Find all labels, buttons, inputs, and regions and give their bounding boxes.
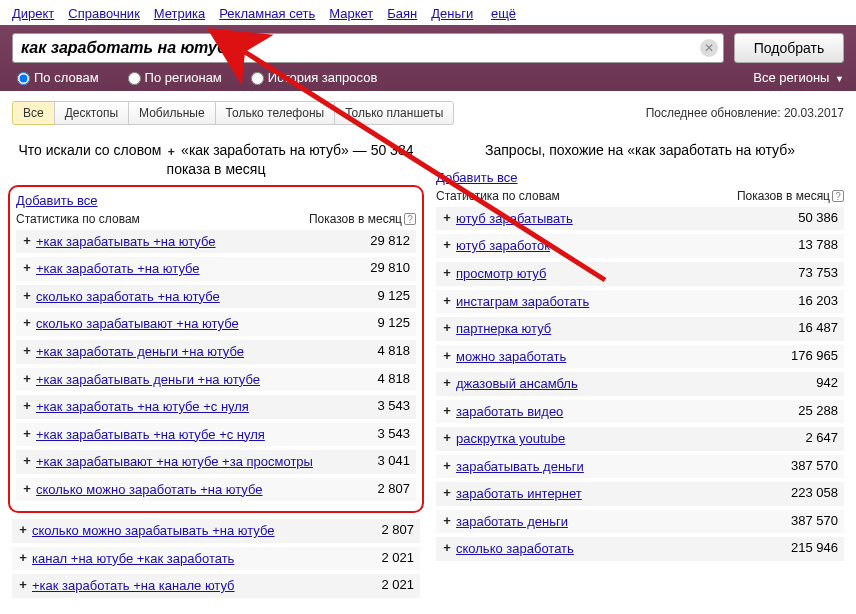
count-value: 3 543 (346, 398, 410, 413)
col-header-count: Показов в месяц? (737, 189, 844, 203)
radio-by-regions[interactable]: По регионам (123, 69, 222, 85)
add-all-left[interactable]: Добавить все (16, 193, 98, 208)
radio-by-words[interactable]: По словам (12, 69, 99, 85)
help-icon[interactable]: ? (832, 190, 844, 202)
table-row: ++как заработать +на канале ютуб2 021 (12, 574, 420, 598)
add-icon[interactable]: + (18, 288, 36, 303)
count-value: 9 125 (346, 315, 410, 330)
table-row: ++как заработать деньги +на ютубе4 818 (16, 340, 416, 364)
add-icon[interactable]: + (438, 210, 456, 225)
count-value: 29 810 (346, 260, 410, 275)
add-icon[interactable]: + (438, 348, 456, 363)
count-value: 25 288 (774, 403, 838, 418)
tab-3[interactable]: Только телефоны (215, 101, 336, 125)
table-row: ++как заработать +на ютубе29 810 (16, 257, 416, 281)
top-nav-link[interactable]: Метрика (154, 6, 205, 21)
tab-1[interactable]: Десктопы (54, 101, 129, 125)
add-icon[interactable]: + (18, 260, 36, 275)
keyword-link[interactable]: джазовый ансамбль (456, 375, 774, 393)
keyword-link[interactable]: сколько можно заработать +на ютубе (36, 481, 346, 499)
keyword-link[interactable]: заработать видео (456, 403, 774, 421)
add-icon[interactable]: + (438, 375, 456, 390)
submit-button[interactable]: Подобрать (734, 33, 844, 63)
keyword-link[interactable]: +как заработать +на канале ютуб (32, 577, 350, 595)
count-value: 387 570 (774, 513, 838, 528)
top-nav-link[interactable]: Справочник (68, 6, 140, 21)
count-value: 2 807 (346, 481, 410, 496)
add-icon[interactable]: + (14, 550, 32, 565)
keyword-link[interactable]: сколько зарабатывают +на ютубе (36, 315, 346, 333)
add-icon[interactable]: + (18, 453, 36, 468)
add-icon[interactable]: + (18, 233, 36, 248)
search-input[interactable] (12, 33, 724, 63)
add-icon[interactable]: + (438, 430, 456, 445)
keyword-link[interactable]: ютуб зарабатывать (456, 210, 774, 228)
keyword-link[interactable]: +как заработать деньги +на ютубе (36, 343, 346, 361)
clear-icon[interactable]: ✕ (700, 39, 718, 57)
keyword-link[interactable]: +как зарабатывать +на ютубе (36, 233, 346, 251)
add-icon[interactable]: + (438, 265, 456, 280)
count-value: 4 818 (346, 371, 410, 386)
tab-4[interactable]: Только планшеты (334, 101, 454, 125)
search-band: ✕ Подобрать По словам По регионам Истори… (0, 25, 856, 91)
keyword-link[interactable]: +как заработать +на ютубе +с нуля (36, 398, 346, 416)
tab-2[interactable]: Мобильные (128, 101, 216, 125)
keyword-link[interactable]: заработать интернет (456, 485, 774, 503)
table-row: ++как зарабатывать +на ютубе29 812 (16, 230, 416, 254)
col-header-keyword: Статистика по словам (436, 189, 560, 203)
add-icon[interactable]: + (18, 371, 36, 386)
add-icon[interactable]: + (438, 293, 456, 308)
add-icon[interactable]: + (14, 577, 32, 592)
all-regions-dropdown[interactable]: Все регионы ▼ (753, 70, 844, 85)
add-all-right[interactable]: Добавить все (436, 170, 518, 185)
top-nav-link[interactable]: Маркет (329, 6, 373, 21)
add-icon[interactable]: + (438, 320, 456, 335)
keyword-link[interactable]: сколько можно зарабатывать +на ютубе (32, 522, 350, 540)
add-icon[interactable]: + (14, 522, 32, 537)
add-icon[interactable]: + (18, 426, 36, 441)
table-row: +ютуб заработок13 788 (436, 234, 844, 258)
keyword-link[interactable]: +как заработать +на ютубе (36, 260, 346, 278)
count-value: 215 946 (774, 540, 838, 555)
keyword-link[interactable]: +как зарабатывать +на ютубе +с нуля (36, 426, 346, 444)
keyword-link[interactable]: канал +на ютубе +как заработать (32, 550, 350, 568)
top-nav-more[interactable]: ещё (491, 6, 516, 21)
table-row: +заработать деньги387 570 (436, 510, 844, 534)
keyword-link[interactable]: сколько заработать +на ютубе (36, 288, 346, 306)
add-icon[interactable]: + (438, 458, 456, 473)
add-icon[interactable]: + (438, 403, 456, 418)
table-row: +сколько можно зарабатывать +на ютубе2 8… (12, 519, 420, 543)
radio-history[interactable]: История запросов (246, 69, 378, 85)
add-icon[interactable]: + (438, 237, 456, 252)
top-nav-link[interactable]: Баян (387, 6, 417, 21)
keyword-link[interactable]: просмотр ютуб (456, 265, 774, 283)
add-icon[interactable]: + (18, 315, 36, 330)
tab-0[interactable]: Все (12, 101, 55, 125)
left-panel: Что искали со словом + «как заработать н… (12, 137, 420, 602)
keyword-link[interactable]: партнерка ютуб (456, 320, 774, 338)
keyword-link[interactable]: +как зарабатывать деньги +на ютубе (36, 371, 346, 389)
add-icon[interactable]: + (18, 398, 36, 413)
keyword-link[interactable]: инстаграм заработать (456, 293, 774, 311)
count-value: 9 125 (346, 288, 410, 303)
add-icon[interactable]: + (438, 513, 456, 528)
top-nav-link[interactable]: Рекламная сеть (219, 6, 315, 21)
help-icon[interactable]: ? (404, 213, 416, 225)
count-value: 50 386 (774, 210, 838, 225)
add-icon[interactable]: + (18, 481, 36, 496)
keyword-link[interactable]: можно заработать (456, 348, 774, 366)
keyword-link[interactable]: сколько заработать (456, 540, 774, 558)
keyword-link[interactable]: зарабатывать деньги (456, 458, 774, 476)
top-nav-link[interactable]: Директ (12, 6, 54, 21)
table-row: +инстаграм заработать16 203 (436, 290, 844, 314)
add-icon[interactable]: + (438, 540, 456, 555)
keyword-link[interactable]: +как зарабатывают +на ютубе +за просмотр… (36, 453, 346, 471)
add-icon[interactable]: + (18, 343, 36, 358)
top-nav-link[interactable]: Деньги (431, 6, 473, 21)
col-header-keyword: Статистика по словам (16, 212, 140, 226)
keyword-link[interactable]: заработать деньги (456, 513, 774, 531)
keyword-link[interactable]: раскрутка youtube (456, 430, 774, 448)
table-row: +заработать интернет223 058 (436, 482, 844, 506)
add-icon[interactable]: + (438, 485, 456, 500)
keyword-link[interactable]: ютуб заработок (456, 237, 774, 255)
